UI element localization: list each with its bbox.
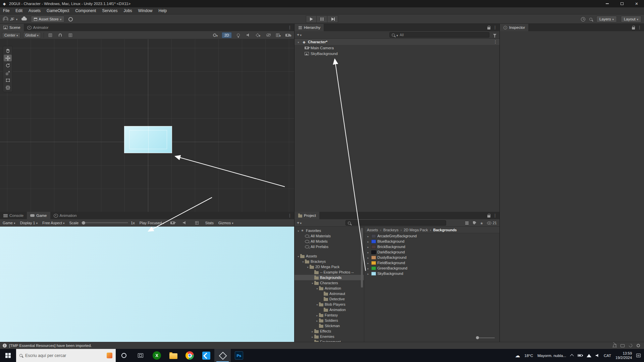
metrics-icon[interactable] bbox=[193, 220, 201, 226]
tool-orientation-dropdown[interactable]: Global bbox=[23, 32, 41, 38]
tab-hierarchy[interactable]: Hierarchy bbox=[294, 24, 324, 31]
transform-tool-button[interactable] bbox=[4, 84, 12, 91]
tree-scrollbar[interactable] bbox=[361, 228, 363, 288]
tree-item[interactable]: Characters bbox=[294, 280, 364, 286]
expander-icon[interactable] bbox=[366, 250, 370, 254]
start-button[interactable] bbox=[0, 349, 16, 362]
asset-store-button[interactable]: Asset Store bbox=[31, 16, 64, 22]
tree-item[interactable]: Effects bbox=[294, 328, 364, 334]
panel-tab[interactable]: Console bbox=[0, 212, 27, 219]
lock-icon[interactable] bbox=[632, 27, 635, 29]
taskbar-app-unity[interactable] bbox=[214, 349, 231, 362]
panel-menu-icon[interactable] bbox=[288, 25, 292, 30]
tree-item[interactable]: Stickman bbox=[294, 323, 364, 328]
tool-pivot-dropdown[interactable]: Center bbox=[2, 32, 20, 38]
weather-temp[interactable]: 18°C bbox=[525, 354, 533, 358]
account-button[interactable]: JF bbox=[3, 16, 17, 22]
tree-item[interactable]: Soldiers bbox=[294, 318, 364, 323]
asset-item[interactable]: GreenBackground bbox=[364, 265, 499, 271]
volume-icon[interactable] bbox=[596, 354, 599, 357]
search-by-type-icon[interactable] bbox=[465, 222, 469, 222]
taskbar-clock[interactable]: 13:59 19/2/2024 bbox=[615, 351, 632, 360]
menu-item[interactable]: Window bbox=[135, 7, 156, 14]
search-icon[interactable] bbox=[589, 18, 592, 21]
tree-item[interactable]: Fantasy bbox=[294, 312, 364, 318]
cloud-icon[interactable] bbox=[21, 18, 27, 20]
taskbar-app-photoshop[interactable]: Ps bbox=[231, 349, 247, 362]
panel-menu-icon[interactable] bbox=[638, 25, 642, 30]
undo-history-icon[interactable] bbox=[581, 17, 585, 21]
menu-item[interactable]: Services bbox=[99, 7, 120, 14]
taskbar-app-vscode[interactable] bbox=[198, 349, 214, 362]
lock-icon[interactable] bbox=[487, 27, 490, 29]
tree-item[interactable]: All Prefabs bbox=[294, 244, 364, 249]
menu-item[interactable]: File bbox=[0, 7, 12, 14]
create-object-button[interactable]: + bbox=[297, 32, 302, 37]
minimize-button[interactable] bbox=[600, 0, 614, 7]
snap-magnet-icon[interactable] bbox=[57, 32, 64, 38]
tree-item[interactable]: Environment bbox=[294, 339, 364, 342]
tree-item[interactable]: Favorites bbox=[294, 228, 364, 233]
asset-item[interactable]: DustyBackground bbox=[364, 255, 499, 260]
hierarchy-item-main-camera[interactable]: Main Camera bbox=[294, 45, 499, 51]
notifications-muted-icon[interactable] bbox=[613, 344, 616, 347]
asset-item[interactable]: DarkBackground bbox=[364, 249, 499, 255]
hierarchy-search-field[interactable] bbox=[389, 32, 489, 38]
filter-icon[interactable] bbox=[493, 34, 496, 36]
saved-search-icon[interactable] bbox=[480, 220, 483, 226]
weather-condition[interactable]: Mayorm. nubla... bbox=[537, 354, 566, 358]
search-by-label-icon[interactable] bbox=[473, 221, 476, 225]
asset-item[interactable]: ArcadeGreyBackground bbox=[364, 233, 499, 239]
asset-item[interactable]: SkyBackground bbox=[364, 271, 499, 276]
panel-menu-icon[interactable] bbox=[493, 213, 497, 218]
stats-button[interactable]: Stats bbox=[205, 221, 214, 225]
project-search-field[interactable] bbox=[345, 220, 446, 226]
activity-indicator-icon[interactable] bbox=[637, 344, 640, 347]
tree-item[interactable]: Detective bbox=[294, 296, 364, 302]
panel-tab[interactable]: Animator bbox=[24, 24, 52, 31]
scene-effects-dropdown[interactable] bbox=[255, 32, 262, 38]
battery-icon[interactable] bbox=[578, 354, 582, 357]
panel-tab[interactable]: Animation bbox=[50, 212, 80, 219]
grid-snap-icon[interactable] bbox=[47, 32, 54, 38]
hand-tool-button[interactable] bbox=[4, 47, 12, 54]
tree-item[interactable]: All Models bbox=[294, 239, 364, 244]
console-status-icon[interactable] bbox=[621, 344, 625, 347]
menu-item[interactable]: Help bbox=[156, 7, 170, 14]
play-button[interactable] bbox=[306, 15, 317, 23]
breadcrumb-item[interactable]: 2D Mega Pack bbox=[398, 228, 428, 232]
hidden-items-toggle[interactable]: 21 bbox=[487, 221, 497, 225]
move-tool-button[interactable] bbox=[4, 55, 12, 61]
menu-item[interactable]: Assets bbox=[25, 7, 44, 14]
expander-icon[interactable] bbox=[366, 234, 370, 238]
step-button[interactable] bbox=[327, 15, 338, 23]
layers-dropdown[interactable]: Layers bbox=[596, 16, 617, 22]
tree-item[interactable]: Assets bbox=[294, 253, 364, 259]
asset-item[interactable]: BlueBackground bbox=[364, 239, 499, 244]
expander-icon[interactable] bbox=[366, 261, 370, 265]
tree-item[interactable]: Blob Players bbox=[294, 302, 364, 307]
tree-item[interactable]: -- Example Photos -- bbox=[294, 269, 364, 275]
project-search-input[interactable] bbox=[353, 221, 444, 225]
panel-tab[interactable]: Scene bbox=[0, 24, 24, 31]
scene-header-row[interactable]: Character* bbox=[294, 39, 499, 45]
gizmos-dropdown[interactable]: Gizmos bbox=[218, 221, 233, 225]
scene-menu-icon[interactable] bbox=[493, 40, 497, 44]
play-focused-dropdown[interactable]: Play Focused bbox=[140, 221, 164, 225]
expander-icon[interactable] bbox=[366, 239, 370, 243]
menu-item[interactable]: GameObject bbox=[44, 7, 72, 14]
draw-mode-dropdown[interactable] bbox=[212, 32, 219, 38]
expander-icon[interactable] bbox=[366, 245, 370, 249]
create-asset-button[interactable]: + bbox=[297, 220, 302, 225]
network-icon[interactable] bbox=[587, 354, 591, 357]
breadcrumb-item[interactable]: Backgrounds bbox=[428, 228, 457, 232]
panel-menu-icon[interactable] bbox=[288, 213, 292, 218]
search-highlight-icon[interactable] bbox=[107, 353, 112, 358]
tree-item[interactable]: 2D Mega Pack bbox=[294, 264, 364, 269]
scale-slider-knob[interactable] bbox=[82, 221, 85, 225]
aspect-dropdown[interactable]: Free Aspect bbox=[42, 221, 64, 225]
tree-item[interactable]: All Materials bbox=[294, 233, 364, 239]
scene-camera-dropdown[interactable] bbox=[285, 32, 292, 38]
tree-item[interactable]: Backgrounds bbox=[294, 275, 364, 280]
tree-item[interactable]: Astronaut bbox=[294, 291, 364, 296]
